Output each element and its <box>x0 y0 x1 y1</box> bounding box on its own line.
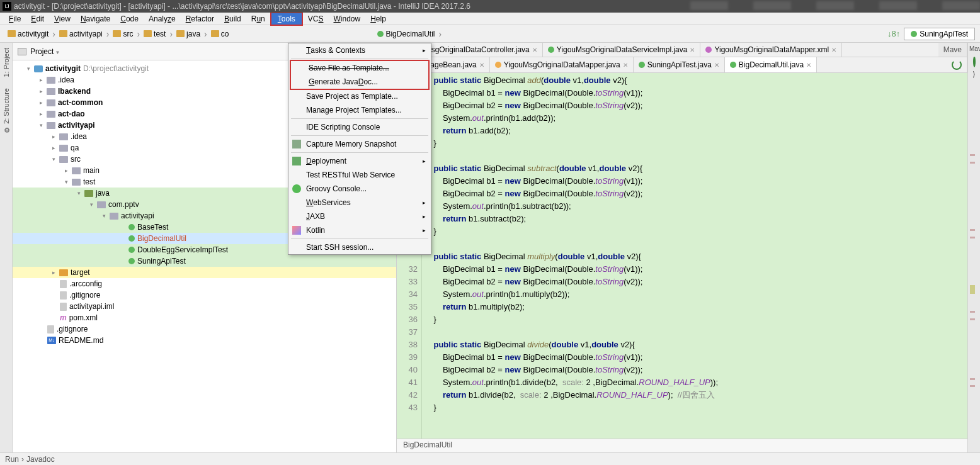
menu-deployment[interactable]: Deployment <box>288 154 431 168</box>
folder-icon <box>144 30 152 37</box>
tool-structure[interactable]: ⚙ 2: Structure <box>2 86 10 137</box>
tool-project[interactable]: 1: Project <box>3 45 10 79</box>
tree-file[interactable]: activityapi.iml <box>13 301 396 312</box>
menu-capture-memory[interactable]: Capture Memory Snapshot <box>288 137 431 151</box>
menu-test-restful[interactable]: Test RESTful Web Service <box>288 168 431 182</box>
bottom-bar: Run › Javadoc <box>0 452 980 465</box>
menu-vcs[interactable]: VCS <box>303 13 329 25</box>
editor-tab[interactable]: YigouMsgOriginalDataMapper.xml✕ <box>700 43 842 57</box>
tools-menu-dropdown: Tasks & Contexts Save File as Template..… <box>288 43 431 255</box>
editor-tab[interactable]: YigouMsgOriginalDataMapper.java✕ <box>490 57 634 72</box>
tab-row-2: ueryPageBean.java✕YigouMsgOriginalDataMa… <box>397 57 967 73</box>
menu-tools[interactable]: Tools <box>270 12 303 26</box>
close-icon[interactable]: ✕ <box>479 62 484 69</box>
project-view-combo[interactable]: Project <box>30 47 60 56</box>
tree-file[interactable]: SuningApiTest <box>13 255 396 267</box>
file-icon <box>730 62 736 68</box>
titlebar: IJ activitygit - [D:\project\activitygit… <box>0 0 980 13</box>
crumb-9[interactable]: BigDecimalUtil <box>375 30 437 38</box>
crumb-0[interactable]: activitygit <box>5 30 51 38</box>
menu-edit[interactable]: Edit <box>26 13 49 25</box>
crumb-2[interactable]: src <box>110 30 135 38</box>
menu-save-project-template[interactable]: Save Project as Template... <box>288 89 431 103</box>
close-icon[interactable]: ✕ <box>532 47 537 53</box>
bottom-javadoc[interactable]: Javadoc <box>26 455 55 464</box>
menu-groovy-console[interactable]: Groovy Console... <box>288 182 431 196</box>
tree-file[interactable]: .gitignore <box>13 289 396 301</box>
crumb-1[interactable]: activityapi <box>57 30 105 38</box>
menu-build[interactable]: Build <box>219 13 246 25</box>
bottom-run[interactable]: Run <box>5 455 19 464</box>
tree-node[interactable]: target <box>13 267 396 278</box>
folder-icon <box>211 30 219 37</box>
maven-tab[interactable]: Mave <box>938 43 967 57</box>
groovy-icon <box>292 184 301 193</box>
kotlin-icon <box>292 226 301 235</box>
file-icon <box>705 47 712 53</box>
folder-icon <box>113 30 121 37</box>
refresh-tab[interactable] <box>947 57 967 72</box>
menu-run[interactable]: Run <box>246 13 270 25</box>
editor-tab[interactable]: SuningApiTest.java✕ <box>634 57 725 72</box>
menu-refactor[interactable]: Refactor <box>181 13 219 25</box>
camera-icon <box>292 140 301 148</box>
menu-manage-templates[interactable]: Manage Project Templates... <box>288 103 431 117</box>
editor-tab[interactable]: BigDecimalUtil.java✕ <box>725 57 817 72</box>
sync-icon[interactable]: ↓8↑ <box>887 29 900 38</box>
refresh-icon <box>952 60 962 70</box>
menu-ssh-session[interactable]: Start SSH session... <box>288 240 431 254</box>
intellij-icon: IJ <box>3 2 11 11</box>
crumb-4[interactable]: java <box>174 30 203 38</box>
close-icon[interactable]: ✕ <box>714 62 719 69</box>
menu-generate-javadoc[interactable]: Generate JavaDoc... <box>291 75 428 89</box>
window-title: activitygit - [D:\project\activitygit] -… <box>14 2 470 11</box>
tree-file[interactable]: .arcconfig <box>13 278 396 289</box>
code-breadcrumb: BigDecimalUtil <box>397 439 967 452</box>
close-icon[interactable]: ✕ <box>623 62 628 69</box>
tree-file[interactable]: M↓README.md <box>13 335 396 346</box>
menu-kotlin[interactable]: Kotlin <box>288 223 431 237</box>
project-icon <box>18 48 26 55</box>
tree-file[interactable]: mpom.xml <box>13 312 396 323</box>
deploy-icon <box>292 157 301 165</box>
menu-save-file-template[interactable]: Save File as Template... <box>291 61 428 75</box>
menu-analyze[interactable]: Analyze <box>144 13 181 25</box>
maven-tool[interactable]: Mave <box>968 43 980 55</box>
menu-code[interactable]: Code <box>115 13 144 25</box>
menu-navigate[interactable]: Navigate <box>76 13 115 25</box>
code-content[interactable]: public static BigDecimal add(double v1,d… <box>422 73 967 439</box>
code-area: 323334353637383940414243 public static B… <box>397 73 967 439</box>
project-panel: Project ⊕ ⇓ ✲ ↑ — activitygit D:\project… <box>13 43 397 452</box>
crumb-3[interactable]: test <box>141 30 168 38</box>
close-icon[interactable]: ✕ <box>831 47 836 53</box>
menu-file[interactable]: File <box>4 13 26 25</box>
error-stripe <box>968 80 980 452</box>
class-icon <box>377 31 384 37</box>
menu-help[interactable]: Help <box>365 13 391 25</box>
highlighted-menu-group: Save File as Template... Generate JavaDo… <box>290 60 430 90</box>
menubar: File Edit View Navigate Code Analyze Ref… <box>0 13 980 25</box>
menu-ide-scripting[interactable]: IDE Scripting Console <box>288 120 431 134</box>
chevron-icon[interactable]: ⟩ <box>972 70 976 79</box>
tree-file[interactable]: .gitignore <box>13 323 396 335</box>
close-icon[interactable]: ✕ <box>690 47 695 53</box>
close-icon[interactable]: ✕ <box>806 62 811 69</box>
crumb-5[interactable]: co <box>208 30 232 38</box>
menu-window[interactable]: Window <box>328 13 365 25</box>
menu-view[interactable]: View <box>49 13 76 25</box>
file-icon <box>548 47 554 53</box>
run-config-selector[interactable]: SuningApiTest <box>904 28 975 40</box>
menu-jaxb[interactable]: JAXB <box>288 210 431 223</box>
editor-area: igouMsgOriginalDataController.java✕Yigou… <box>397 43 967 452</box>
folder-icon <box>59 30 67 37</box>
editor-tab[interactable]: YigouMsgOriginalDataServiceImpl.java✕ <box>543 43 701 57</box>
right-toolwindow-bar: Mave ⟩ <box>967 43 980 452</box>
refresh-icon[interactable] <box>973 56 976 67</box>
folder-icon <box>8 30 16 37</box>
menu-webservices[interactable]: WebServices <box>288 196 431 210</box>
left-toolwindow-bar: 1: Project ⚙ 2: Structure <box>0 43 13 452</box>
file-icon <box>639 62 645 68</box>
menu-tasks-contexts[interactable]: Tasks & Contexts <box>288 43 431 57</box>
breadcrumb-bar: activitygit activityapi src test java co… <box>0 25 980 43</box>
file-icon <box>495 62 501 68</box>
